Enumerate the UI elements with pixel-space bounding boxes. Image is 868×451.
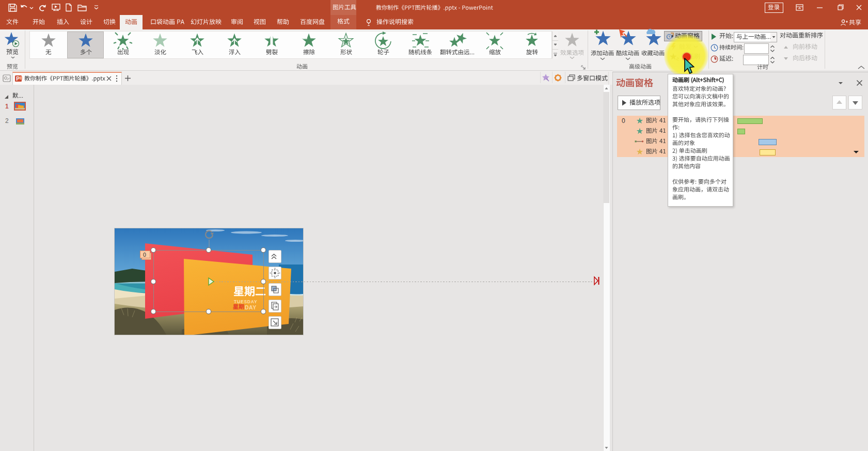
svg-text:P: P	[16, 76, 20, 82]
